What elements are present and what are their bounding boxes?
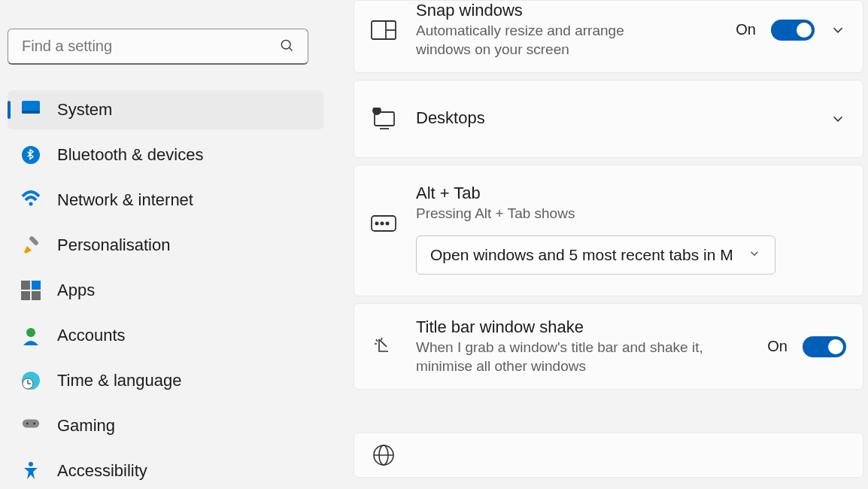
svg-point-5 [29,202,33,206]
svg-line-1 [289,47,292,50]
card-title: Alt + Tab [416,184,846,203]
gaming-icon [21,416,41,436]
globe-icon [371,442,396,468]
nav-label: Time & language [57,371,182,390]
shake-toggle[interactable] [803,336,846,357]
card-snap-windows[interactable]: Snap windows Automatically resize and ar… [354,0,863,73]
system-icon [21,100,41,120]
shake-icon [371,334,396,360]
nav-item-time[interactable]: Time & language [8,361,323,400]
svg-point-19 [29,462,33,466]
svg-point-29 [381,223,383,225]
bluetooth-icon [21,145,41,165]
svg-rect-16 [23,419,39,427]
nav-item-bluetooth[interactable]: Bluetooth & devices [8,135,323,175]
svg-rect-10 [32,291,41,300]
svg-rect-8 [32,281,41,290]
snap-icon [371,17,396,43]
alttab-icon [371,211,396,236]
nav-label: Gaming [57,416,115,436]
card-subtitle: When I grab a window's title bar and sha… [416,339,732,375]
card-subtitle: Automatically resize and arrange windows… [416,22,672,59]
nav-label: Network & internet [57,190,193,210]
card-title: Title bar window shake [416,317,758,337]
nav-item-apps[interactable]: Apps [8,271,323,310]
chevron-down-icon[interactable] [830,111,846,127]
wifi-icon [21,190,41,210]
svg-rect-3 [22,111,40,114]
sidebar: System Bluetooth & devices Network & int… [0,0,331,489]
card-title: Desktops [416,108,821,128]
content: Snap windows Automatically resize and ar… [331,0,868,489]
nav-label: Accounts [57,326,126,345]
card-title: Snap windows [416,1,727,20]
nav-label: Personalisation [57,235,170,255]
dropdown-value: Open windows and 5 most recent tabs in M [430,246,733,264]
svg-rect-7 [21,281,30,290]
toggle-state: On [736,21,756,38]
card-title-bar-shake[interactable]: Title bar window shake When I grab a win… [354,303,863,390]
svg-point-18 [33,423,35,425]
toggle-state: On [767,338,788,355]
accounts-icon [21,326,41,345]
nav: System Bluetooth & devices Network & int… [8,90,323,489]
nav-label: Apps [57,281,95,300]
alttab-dropdown[interactable]: Open windows and 5 most recent tabs in M [416,235,775,275]
svg-point-30 [386,223,388,225]
search-icon [279,38,294,56]
time-icon [21,371,41,390]
chevron-down-icon[interactable] [830,22,846,38]
search-input[interactable] [22,38,279,55]
nav-label: System [57,100,112,120]
svg-text:+: + [375,108,378,114]
nav-item-gaming[interactable]: Gaming [8,406,323,445]
svg-point-0 [281,40,290,49]
nav-item-accessibility[interactable]: Accessibility [8,451,323,489]
nav-label: Bluetooth & devices [57,145,203,165]
nav-item-system[interactable]: System [8,90,323,129]
paintbrush-icon [21,235,41,255]
card-alt-tab: Alt + Tab Pressing Alt + Tab shows Open … [354,165,863,296]
desktops-icon: + [371,106,396,132]
card-subtitle: Pressing Alt + Tab shows [416,205,846,223]
chevron-down-icon [748,246,761,264]
apps-icon [21,281,41,300]
nav-item-accounts[interactable]: Accounts [8,316,323,355]
nav-label: Accessibility [57,461,147,481]
svg-rect-9 [21,291,30,300]
svg-point-11 [26,328,35,337]
search-box[interactable] [8,29,308,65]
nav-item-network[interactable]: Network & internet [8,181,323,220]
accessibility-icon [21,461,41,481]
card-desktops[interactable]: + Desktops [354,80,863,158]
card-help[interactable] [354,433,863,478]
svg-rect-6 [29,235,39,246]
svg-point-17 [26,423,29,425]
nav-item-personalisation[interactable]: Personalisation [8,226,323,265]
snap-toggle[interactable] [771,20,815,41]
svg-point-28 [375,223,378,225]
